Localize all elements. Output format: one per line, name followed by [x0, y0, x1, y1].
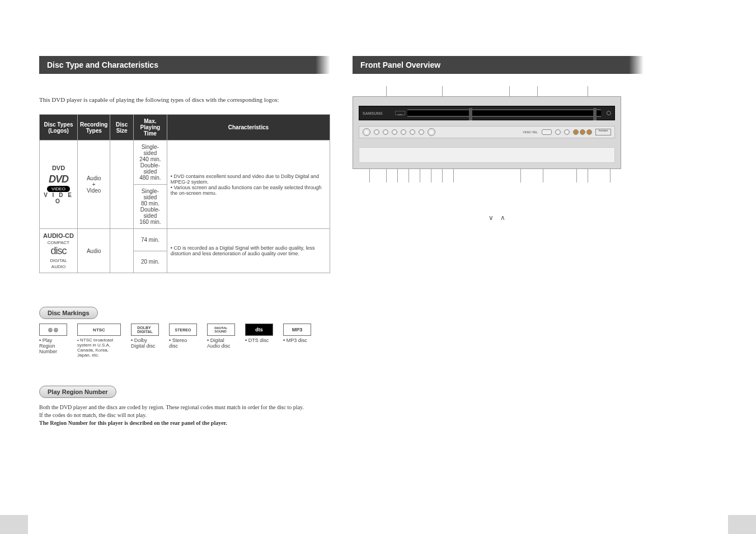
- marking-ntsc: NTSC • NTSC broadcast system in U.S.A, C…: [77, 324, 121, 358]
- play-region-section: Play Region Number Both the DVD player a…: [39, 386, 330, 427]
- compact-icon: COMPACT: [48, 240, 69, 245]
- callout-line: [588, 169, 588, 182]
- stop-button: [374, 129, 379, 135]
- marking-dts-label: • DTS disc: [245, 338, 273, 343]
- disc-markings-section: Disc Markings ◎ ◎ • Play Region Number N…: [39, 307, 330, 358]
- page-edge-left: [0, 515, 28, 534]
- callout-line: [453, 169, 454, 182]
- th-characteristics: Characteristics: [167, 115, 330, 140]
- cell-dvd-time2: Single-sided 80 min. Double-sided 160 mi…: [133, 185, 167, 229]
- mp3-icon: MP3: [283, 324, 311, 336]
- cell-cd-time2: 20 min.: [133, 251, 167, 273]
- dolby-icon: DOLBY DIGITAL: [131, 324, 159, 336]
- front-panel-illustration: SAMSUNG ▁▁ VIDEO SEL.: [353, 96, 621, 169]
- cell-cd-recording: Audio: [77, 229, 110, 273]
- ntsc-icon: NTSC: [77, 324, 121, 336]
- phones-jack: PHONES: [595, 129, 611, 135]
- cell-cd-logo: AUDIO-CD COMPACT disc DIGITAL AUDIO: [40, 229, 78, 273]
- next-button: [410, 129, 415, 135]
- marking-region: ◎ ◎ • Play Region Number: [39, 324, 67, 354]
- cell-dvd-logo: DVD DVD VIDEO V I D E O: [40, 140, 78, 229]
- intro-text: This DVD player is capable of playing th…: [39, 96, 330, 103]
- callout-line: [408, 169, 409, 182]
- callout-line: [576, 169, 577, 182]
- control-row: VIDEO SEL. PHONES: [359, 126, 615, 138]
- dial-3: [586, 129, 592, 135]
- marking-digital-label: • Digital Audio disc: [207, 338, 235, 349]
- callout-line: [431, 169, 431, 182]
- left-heading: Disc Type and Characteristics: [39, 56, 330, 74]
- right-heading: Front Panel Overview: [353, 56, 644, 74]
- forward-button: [392, 129, 397, 135]
- display-strip: SAMSUNG ▁▁: [359, 106, 615, 120]
- marking-mp3: MP3 • MP3 disc: [283, 324, 311, 343]
- dial-1: [573, 129, 579, 135]
- callout-line: [442, 169, 443, 182]
- callout-line: [397, 169, 398, 182]
- marking-dts: dts • DTS disc: [245, 324, 273, 343]
- callout-line: [369, 169, 370, 182]
- dial-2: [580, 129, 585, 135]
- digital-audio-icon: DIGITAL SOUND: [207, 324, 235, 336]
- callout-line: [386, 169, 387, 182]
- disc-types-table: Disc Types (Logos) Recording Types Disc …: [39, 114, 330, 273]
- dts-icon: dts: [245, 324, 273, 336]
- marking-stereo-label: • Stereo disc: [169, 338, 197, 349]
- disc-markings-title: Disc Markings: [39, 307, 98, 319]
- dvd-video-badge: VIDEO: [47, 186, 70, 192]
- dvd-mark-icon: DVD: [49, 174, 68, 185]
- marking-region-label: • Play Region Number: [39, 338, 67, 354]
- audiocd-label: AUDIO-CD: [43, 232, 74, 239]
- prev-button: [401, 129, 406, 135]
- dvd-label: DVD: [43, 165, 74, 171]
- cell-dvd-recording: Audio + Video: [77, 140, 110, 229]
- th-playtime: Max. Playing Time: [133, 115, 167, 140]
- dvd-video-spaced: V I D E O: [44, 192, 73, 204]
- callout-line: [520, 169, 521, 182]
- videosel-label: VIDEO SEL.: [523, 130, 538, 134]
- th-types: Disc Types (Logos): [40, 115, 78, 140]
- th-recording: Recording Types: [77, 115, 110, 140]
- jack-1: [555, 129, 561, 135]
- cell-dvd-time1: Single-sided 240 min. Double-sided 480 m…: [133, 140, 167, 185]
- panel-bottom: [359, 147, 615, 163]
- play-pause-button: [419, 129, 424, 135]
- region-body-text: Both the DVD player and the discs are co…: [39, 404, 304, 418]
- videosel-slot: [542, 129, 552, 135]
- th-size: Disc Size: [110, 115, 133, 140]
- display-window: [407, 109, 601, 117]
- nav-arrows: ∨ ∧: [353, 214, 644, 222]
- marking-dolby: DOLBY DIGITAL • Dolby Digital disc: [131, 324, 159, 349]
- front-dial-icon: [607, 111, 611, 115]
- ezview-button: [428, 128, 435, 136]
- jack-2: [564, 129, 570, 135]
- cell-dvd-char: • DVD contains excellent sound and video…: [167, 140, 330, 229]
- marking-stereo: STEREO • Stereo disc: [169, 324, 197, 349]
- cell-dvd-size: [110, 140, 133, 229]
- page-edge-right: [728, 515, 756, 534]
- digital-audio-label: DIGITAL AUDIO: [50, 258, 67, 269]
- cell-cd-char: • CD is recorded as a Digital Signal wit…: [167, 229, 330, 273]
- region-number-icon: ◎ ◎: [39, 324, 67, 336]
- standby-button: [363, 128, 370, 136]
- brand-logo: SAMSUNG: [359, 111, 393, 115]
- play-region-title: Play Region Number: [39, 386, 116, 398]
- marking-dolby-label: • Dolby Digital disc: [131, 338, 159, 349]
- stereo-icon: STEREO: [169, 324, 197, 336]
- callout-line: [543, 169, 543, 182]
- marking-digital: DIGITAL SOUND • Digital Audio disc: [207, 324, 235, 349]
- rewind-button: [383, 129, 388, 135]
- region-bold-text: The Region Number for this player is des…: [39, 420, 227, 426]
- marking-ntsc-label: • NTSC broadcast system in U.S.A, Canada…: [77, 338, 121, 358]
- callout-line: [610, 169, 611, 182]
- cell-cd-time1: 74 min.: [133, 229, 167, 251]
- tray-icon: ▁▁: [395, 111, 405, 115]
- marking-mp3-label: • MP3 disc: [283, 338, 311, 343]
- cell-cd-size: [110, 229, 133, 273]
- callout-line: [420, 169, 420, 182]
- disc-word-icon: disc: [50, 245, 66, 256]
